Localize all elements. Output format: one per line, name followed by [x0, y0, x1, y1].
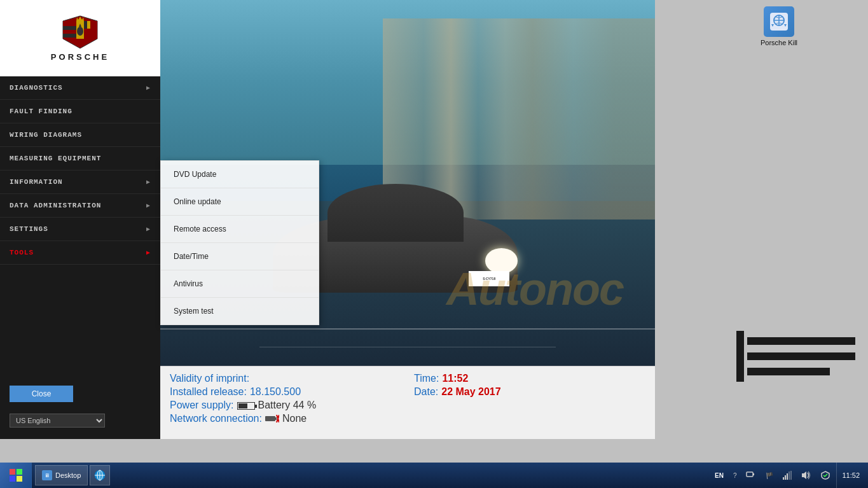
nav-item-measuring-equipment[interactable]: MEASURING EQUIPMENT: [0, 147, 160, 171]
desktop-icon-label: Porsche Kill: [754, 39, 804, 46]
power-label: Power supply:: [170, 400, 234, 411]
taskbar-security-icon: [818, 471, 833, 480]
dropdown-online-update[interactable]: Online update: [161, 188, 319, 216]
taskbar-language: EN: [712, 472, 727, 479]
dropdown-dvd-update[interactable]: DVD Update: [161, 161, 319, 188]
svg-point-7: [77, 27, 83, 36]
nav-arrow-data-admin: ▶: [146, 202, 151, 209]
he-line-1: [747, 337, 855, 345]
tools-dropdown-menu: DVD Update Online update Remote access D…: [160, 160, 319, 325]
dropdown-remote-access[interactable]: Remote access: [161, 216, 319, 243]
network-row: Network connection: None: [170, 413, 401, 424]
taskbar: 🖥 Desktop EN ? 🏴: [0, 463, 868, 488]
validity-label: Validity of imprint:: [170, 373, 249, 384]
close-button-container: Close: [0, 379, 160, 408]
he-horizontal-lines: [747, 337, 855, 375]
taskbar-flag-icon: 🏴: [762, 472, 776, 479]
svg-rect-9: [275, 417, 277, 420]
taskbar-app-desktop[interactable]: 🖥 Desktop: [35, 465, 88, 485]
svg-rect-8: [265, 416, 275, 421]
start-button[interactable]: [0, 463, 32, 488]
taskbar-volume-icon[interactable]: [798, 471, 815, 480]
date-row: Date: 22 May 2017: [414, 386, 645, 398]
svg-rect-18: [10, 476, 15, 482]
sidebar: PORSCHE DIAGNOSTICS ▶ FAULT FINDING WIRI…: [0, 0, 160, 439]
installed-label: Installed release:: [170, 386, 247, 398]
svg-marker-31: [802, 471, 806, 479]
nav-item-information[interactable]: INFORMATION ▶: [0, 171, 160, 194]
svg-rect-24: [747, 472, 753, 477]
time-label: Time:: [414, 373, 439, 384]
time-value: 11:52: [442, 373, 468, 384]
taskbar-app-browser[interactable]: [90, 465, 110, 485]
svg-rect-17: [17, 469, 22, 475]
nav-arrow-settings: ▶: [146, 225, 151, 233]
svg-rect-19: [17, 476, 22, 482]
svg-rect-6: [87, 21, 90, 29]
network-value: None: [282, 413, 307, 424]
dropdown-system-test[interactable]: System test: [161, 298, 319, 324]
language-select-container: US English German French: [0, 408, 160, 433]
date-label: Date:: [414, 386, 438, 398]
svg-rect-25: [753, 473, 754, 475]
sidebar-bottom: Close US English German French: [0, 379, 160, 439]
desktop-icon-porsche-kill[interactable]: Porsche Kill: [754, 6, 804, 46]
installed-row: Installed release: 18.150.500: [170, 386, 401, 398]
taskbar-desktop-label: Desktop: [55, 471, 81, 479]
battery-icon: [237, 400, 258, 411]
nav-item-data-administration[interactable]: DATA ADMINISTRATION ▶: [0, 194, 160, 218]
svg-rect-5: [84, 21, 87, 29]
svg-rect-27: [785, 475, 786, 480]
dropdown-date-time[interactable]: Date/Time: [161, 243, 319, 270]
language-select[interactable]: US English German French: [10, 414, 105, 428]
dropdown-antivirus[interactable]: Antivirus: [161, 270, 319, 298]
svg-rect-29: [789, 471, 790, 480]
he-logo: [736, 331, 855, 382]
taskbar-signal-icon: [780, 471, 795, 480]
porsche-emblem: [58, 15, 102, 50]
nav-item-wiring-diagrams[interactable]: WIRING DIAGRAMS: [0, 123, 160, 147]
taskbar-network-status-icon: [743, 471, 759, 480]
svg-rect-26: [783, 477, 784, 480]
status-bar: Validity of imprint: Installed release: …: [160, 366, 655, 439]
battery-text: Battery 44 %: [258, 400, 317, 411]
nav-item-settings[interactable]: SETTINGS ▶: [0, 218, 160, 241]
he-line-3: [747, 368, 830, 375]
network-icon: [265, 415, 279, 422]
svg-rect-30: [790, 471, 792, 480]
nav-arrow-information: ▶: [146, 178, 151, 186]
taskbar-right-area: EN ? 🏴: [712, 463, 868, 488]
taskbar-time-value: 11:52: [842, 471, 860, 479]
validity-row: Validity of imprint:: [170, 373, 401, 384]
svg-rect-28: [787, 473, 788, 480]
watermark-text: Autonoc: [446, 263, 623, 315]
power-row: Power supply: Battery 44 %: [170, 400, 401, 411]
taskbar-help-icon[interactable]: ?: [730, 472, 740, 479]
time-row: Time: 11:52: [414, 373, 645, 384]
nav-item-tools[interactable]: TOOLS ▶: [0, 241, 160, 265]
desktop-icon-image: [764, 6, 794, 37]
he-vertical-bar: [736, 331, 744, 382]
porsche-brand-text: PORSCHE: [51, 52, 109, 62]
network-label: Network connection:: [170, 413, 262, 424]
nav-item-diagnostics[interactable]: DIAGNOSTICS ▶: [0, 76, 160, 100]
taskbar-clock: 11:52: [836, 463, 865, 488]
svg-rect-16: [10, 469, 15, 475]
taskbar-apps: 🖥 Desktop: [32, 463, 113, 488]
close-button[interactable]: Close: [10, 386, 73, 402]
desktop: PORSCHE DIAGNOSTICS ▶ FAULT FINDING WIRI…: [0, 0, 868, 458]
taskbar-browser-icon: [94, 470, 106, 481]
he-line-2: [747, 352, 855, 360]
nav-arrow-tools: ▶: [146, 249, 151, 256]
taskbar-desktop-icon: 🖥: [42, 470, 52, 480]
installed-value: 18.150.500: [250, 386, 301, 398]
date-value: 22 May 2017: [441, 386, 500, 398]
nav-item-fault-finding[interactable]: FAULT FINDING: [0, 100, 160, 123]
sidebar-logo: PORSCHE: [0, 0, 160, 76]
windows-logo-icon: [8, 468, 24, 483]
nav-arrow-diagnostics: ▶: [146, 84, 151, 92]
